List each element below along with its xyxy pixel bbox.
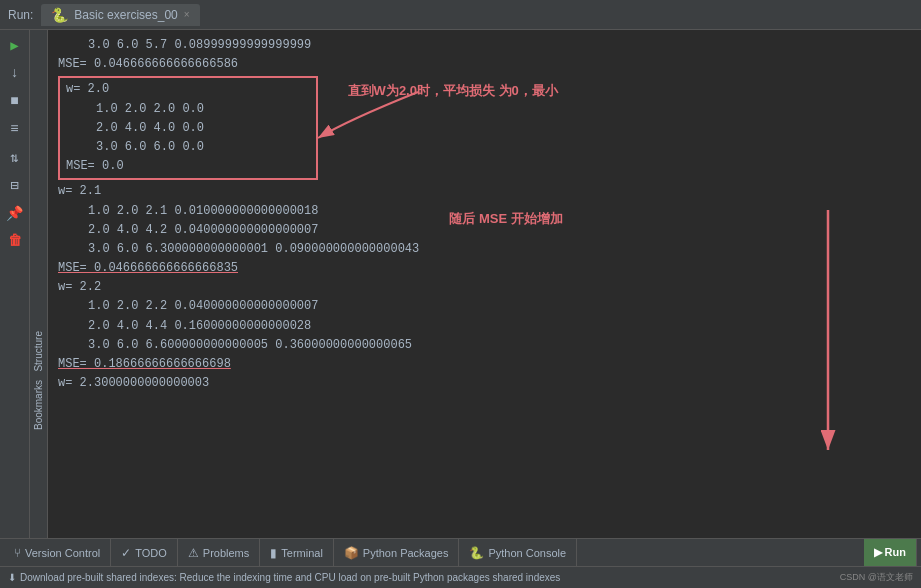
stop-button[interactable]: ■	[4, 90, 26, 112]
tab-label-python-packages: Python Packages	[363, 547, 449, 559]
sort-button[interactable]: ⇅	[4, 146, 26, 168]
tab-terminal[interactable]: ▮ Terminal	[260, 539, 334, 566]
python-file-icon: 🐍	[51, 7, 68, 23]
tab-label-python-console: Python Console	[488, 547, 566, 559]
console-line: MSE= 0.0	[66, 157, 310, 176]
tab-version-control[interactable]: ⑂ Version Control	[4, 539, 111, 566]
main-layout: ▶ ↓ ■ ≡ ⇅ ⊟ 📌 🗑 Structure Bookmarks 3.0 …	[0, 30, 921, 538]
python-packages-icon: 📦	[344, 546, 359, 560]
tab-todo[interactable]: ✓ TODO	[111, 539, 178, 566]
console-line: 2.0 4.0 4.2 0.040000000000000007	[58, 221, 419, 240]
tab-label-todo: TODO	[135, 547, 167, 559]
tab-python-console[interactable]: 🐍 Python Console	[459, 539, 577, 566]
status-text: Download pre-built shared indexes: Reduc…	[20, 572, 560, 583]
tab-label-run: ▶ Run	[874, 546, 906, 559]
console-line: 3.0 6.0 5.7 0.08999999999999999	[58, 36, 911, 55]
tab-label-terminal: Terminal	[281, 547, 323, 559]
tab-problems[interactable]: ⚠ Problems	[178, 539, 260, 566]
console-line: 3.0 6.0 6.300000000000001 0.090000000000…	[58, 240, 419, 259]
version-control-icon: ⑂	[14, 546, 21, 560]
top-bar: Run: 🐍 Basic exercises_00 ×	[0, 0, 921, 30]
down-arrow-button[interactable]: ↓	[4, 62, 26, 84]
console-line: w= 2.0	[66, 80, 310, 99]
status-bar: ⬇ Download pre-built shared indexes: Red…	[0, 566, 921, 588]
annotation-text-2: 随后 MSE 开始增加	[449, 211, 562, 226]
annotation-text-1: 直到W为2.0时，平均损失 为0，最小	[348, 83, 558, 98]
play-button[interactable]: ▶	[4, 34, 26, 56]
download-icon: ⬇	[8, 572, 16, 583]
python-console-icon: 🐍	[469, 546, 484, 560]
terminal-icon: ▮	[270, 546, 277, 560]
todo-icon: ✓	[121, 546, 131, 560]
console-line: 1.0 2.0 2.1 0.010000000000000018	[58, 202, 419, 221]
left-toolbar: ▶ ↓ ■ ≡ ⇅ ⊟ 📌 🗑	[0, 30, 30, 538]
console-line: MSE= 0.046666666666666586	[58, 55, 911, 74]
tab-label-version-control: Version Control	[25, 547, 100, 559]
console-line: 2.0 4.0 4.0 0.0	[66, 119, 310, 138]
structure-label: Structure	[33, 331, 44, 372]
trash-button[interactable]: 🗑	[4, 230, 26, 252]
side-labels: Structure Bookmarks	[30, 30, 48, 538]
console-line: 1.0 2.0 2.2 0.040000000000000007	[58, 297, 911, 316]
pin-button[interactable]: 📌	[4, 202, 26, 224]
highlight-box: w= 2.0 1.0 2.0 2.0 0.0 2.0 4.0 4.0 0.0 3…	[58, 76, 318, 180]
tab-run[interactable]: ▶ Run	[864, 539, 917, 566]
w21-section: 1.0 2.0 2.1 0.010000000000000018 2.0 4.0…	[58, 202, 911, 260]
print-button[interactable]: ⊟	[4, 174, 26, 196]
bookmarks-label: Bookmarks	[33, 380, 44, 430]
console-line-mse-underline: MSE= 0.046666666666666835	[58, 259, 911, 278]
console-line: 1.0 2.0 2.0 0.0	[66, 100, 310, 119]
bottom-tabs: ⑂ Version Control ✓ TODO ⚠ Problems ▮ Te…	[0, 538, 921, 566]
annotation-2-container: 随后 MSE 开始增加	[449, 210, 562, 228]
problems-icon: ⚠	[188, 546, 199, 560]
console-line-mse-underline2: MSE= 0.18666666666666698	[58, 355, 911, 374]
console-output[interactable]: 3.0 6.0 5.7 0.08999999999999999 MSE= 0.0…	[48, 30, 921, 538]
console-line: 3.0 6.0 6.600000000000005 0.360000000000…	[58, 336, 911, 355]
w21-lines: 1.0 2.0 2.1 0.010000000000000018 2.0 4.0…	[58, 202, 419, 260]
menu-button[interactable]: ≡	[4, 118, 26, 140]
console-line: w= 2.1	[58, 182, 911, 201]
watermark: CSDN @语文老师	[840, 571, 913, 584]
annotation-1-container: 直到W为2.0时，平均损失 为0，最小	[348, 82, 558, 100]
run-label: Run:	[8, 8, 33, 22]
tab-close-icon[interactable]: ×	[184, 9, 190, 20]
tab-label-problems: Problems	[203, 547, 249, 559]
tab-python-packages[interactable]: 📦 Python Packages	[334, 539, 460, 566]
tab-filename: Basic exercises_00	[74, 8, 177, 22]
file-tab[interactable]: 🐍 Basic exercises_00 ×	[41, 4, 199, 26]
console-line: 2.0 4.0 4.4 0.16000000000000028	[58, 317, 911, 336]
console-line: w= 2.2	[58, 278, 911, 297]
console-line: w= 2.3000000000000003	[58, 374, 911, 393]
console-line: 3.0 6.0 6.0 0.0	[66, 138, 310, 157]
